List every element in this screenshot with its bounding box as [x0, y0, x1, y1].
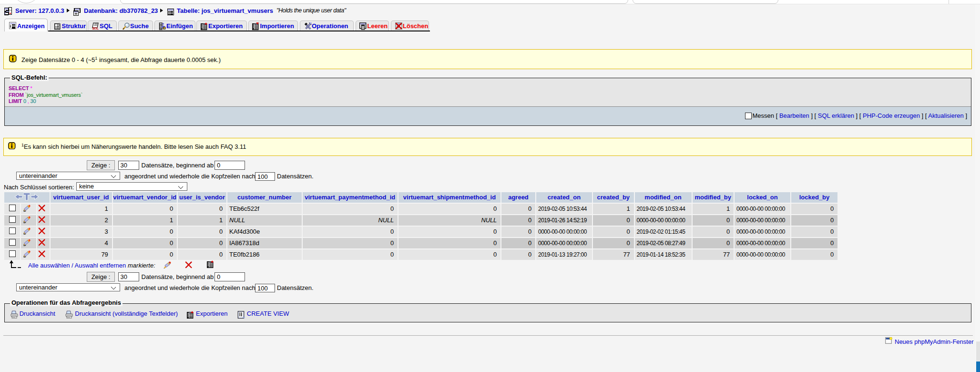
svg-text:SQL: SQL [92, 26, 98, 30]
